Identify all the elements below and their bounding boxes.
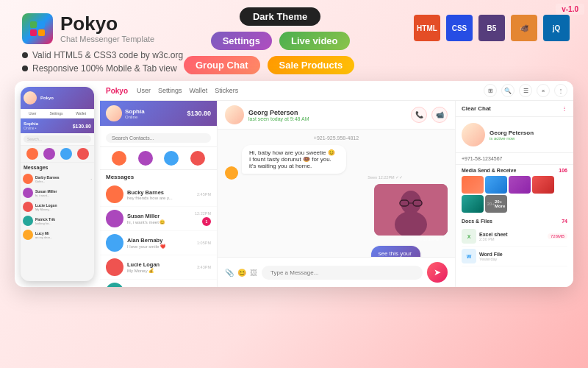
phone-quick-1: [26, 148, 38, 160]
desktop-topbar: Pokyo User Settings Wallet Stickers ⊞ 🔍 …: [100, 81, 573, 101]
more-icon[interactable]: ⋮: [554, 84, 567, 97]
chat-header-avatar: [225, 105, 244, 124]
contact-item-patrick[interactable]: Patrick Trik i'm looking for som... Yest…: [100, 280, 217, 287]
phone-contact-4[interactable]: Patrick Trik looking for...: [21, 214, 94, 228]
message-input[interactable]: [262, 266, 423, 280]
phone-contact-3[interactable]: Lucie Logan My Money...: [21, 200, 94, 214]
svg-rect-2: [30, 29, 37, 36]
phone-contact-2[interactable]: Susan Miller hi, i want...: [21, 186, 94, 200]
phone-c4-avatar: [23, 216, 33, 226]
contact-item-lucie[interactable]: Lucie Logan My Money 💰 3:43PM: [100, 255, 217, 280]
phone-call-btn[interactable]: 📞: [411, 107, 427, 123]
profile-name: Georg Peterson: [490, 130, 534, 136]
emoji-icon[interactable]: 😊: [237, 269, 246, 277]
group-chat-badge[interactable]: Group Chat: [184, 56, 260, 74]
doc-excel[interactable]: X Excel sheet 2:30 PM 726MB: [462, 227, 567, 247]
ci-avatar-4: [106, 258, 123, 276]
msg-1-time: Seen 12:22PM ✓✓: [242, 175, 403, 180]
chat-messages: +921-925.958-4812 Hi, baby how are you s…: [218, 130, 455, 257]
media-2: [485, 176, 507, 194]
profile-docs: X Excel sheet 2:30 PM 726MB W Word File …: [456, 225, 573, 268]
profile-active: is active now: [490, 136, 534, 141]
screenshot-wrapper: Pokyo User Settings Wallet Sophia Online…: [15, 81, 573, 287]
phone-quick-2: [43, 148, 55, 160]
html5-icon: HTML: [414, 15, 440, 41]
word-icon: W: [462, 249, 476, 263]
chat-header-info: Georg Peterson last seen today at 9:48 A…: [248, 109, 406, 121]
search-bar: [100, 126, 217, 147]
profile-header-title: Clear Chat: [462, 105, 491, 112]
nav-stickers[interactable]: Stickers: [215, 87, 238, 94]
css3-icon: CSS: [446, 15, 473, 41]
contact-item-susan[interactable]: Susan Miller hi, i want's meet 😊 12:22PM…: [100, 207, 217, 231]
contact-item-bucky[interactable]: Bucky Barnes hey friends how are y... 2:…: [100, 183, 217, 207]
shortcut-1[interactable]: [112, 151, 126, 166]
media-1: [462, 176, 484, 194]
ci-avatar-2: [106, 210, 123, 227]
header: Pokyo Chat Messenger Template Dark Theme…: [0, 0, 588, 44]
desktop-preview: Pokyo User Settings Wallet Stickers ⊞ 🔍 …: [100, 81, 573, 287]
bullet-1: [22, 52, 28, 58]
attach-icon[interactable]: 📎: [225, 269, 234, 277]
nav-user[interactable]: User: [137, 87, 151, 94]
shortcut-2[interactable]: [138, 151, 153, 166]
svg-point-5: [401, 191, 421, 214]
logo-title: Pokyo: [60, 14, 154, 33]
profile-header: Clear Chat ⋮: [456, 101, 573, 117]
search-icon[interactable]: 🔍: [501, 84, 514, 97]
msgs-section-label: Messages: [100, 170, 217, 183]
panel-contacts: Sophia Online $130.80 Messages: [100, 101, 218, 287]
phone-contact-5[interactable]: Lucy Mi an my dear...: [21, 228, 94, 242]
menu-icon[interactable]: ☰: [519, 84, 532, 97]
profile-header-action[interactable]: ⋮: [562, 105, 567, 112]
phone-search[interactable]: Search...: [24, 135, 91, 143]
phone-nav: User Settings Wallet: [21, 109, 94, 118]
badges-area: Dark Theme Settings Live video Group Cha…: [206, 7, 354, 74]
phone-contact-1[interactable]: Darby Barnes Gofer... •: [21, 172, 94, 186]
contact-badge-susan: 1: [202, 217, 211, 226]
shortcut-4[interactable]: [190, 151, 205, 166]
profile-avatar: [462, 123, 485, 146]
close-icon[interactable]: ×: [537, 84, 550, 97]
search-contacts-input[interactable]: [106, 133, 211, 143]
panel-profile: Clear Chat ⋮ Georg Peterson is active no…: [456, 101, 573, 287]
live-video-badge[interactable]: Live video: [279, 32, 350, 50]
phone-title: Pokyo: [40, 96, 91, 100]
doc-word-info: Word File Yesterday: [479, 252, 567, 261]
msg-image-time: Seen 12:10PM ✓✓: [374, 237, 448, 241]
shortcut-3[interactable]: [164, 151, 179, 166]
phone-number-header: +921-925.958-4812: [225, 135, 448, 141]
phone-preview: Pokyo User Settings Wallet Sophia Online…: [21, 87, 94, 281]
sale-products-badge[interactable]: Sale Products: [268, 56, 355, 74]
phone-c2-avatar: [23, 188, 33, 198]
desktop-header-icons: ⊞ 🔍 ☰ × ⋮: [484, 84, 567, 97]
bullet-2: [22, 66, 28, 71]
ci-avatar-3: [106, 234, 123, 252]
jquery-icon: jQ: [543, 15, 570, 41]
settings-badge[interactable]: Settings: [211, 32, 272, 50]
grunt-icon: 🐗: [511, 15, 537, 41]
nav-settings[interactable]: Settings: [158, 87, 182, 94]
image-icon[interactable]: 🖼: [250, 269, 257, 277]
ci-avatar-1: [106, 185, 123, 203]
profile-phone: +971-58-1234567: [456, 153, 573, 165]
msg-2: see this your old picture Seen 12:10PM ✓…: [225, 246, 448, 257]
grid-icon[interactable]: ⊞: [484, 84, 497, 97]
media-more[interactable]: 20+ 20+More: [485, 195, 507, 213]
dark-theme-badge[interactable]: Dark Theme: [240, 7, 320, 26]
msg-1-bubble: Hi, baby how are you sweetie 😊 I fount t…: [242, 145, 346, 174]
nav-wallet[interactable]: Wallet: [190, 87, 208, 94]
chat-header-actions: 📞 📹: [411, 107, 448, 123]
contact-item-alan[interactable]: Alan Bernaby I love your smile ❤️ 1:05PM: [100, 231, 217, 255]
contact-user: Sophia Online: [106, 105, 145, 121]
media-4: [532, 176, 554, 194]
msg-1-avatar: [225, 166, 238, 180]
doc-word[interactable]: W Word File Yesterday: [462, 247, 567, 266]
profile-media-grid: 20+ 20+More: [456, 174, 573, 216]
logo-icon: [22, 13, 53, 44]
video-call-btn[interactable]: 📹: [431, 107, 448, 123]
phone-header: Pokyo: [21, 87, 94, 109]
svg-rect-3: [38, 29, 45, 36]
send-button[interactable]: ➤: [427, 262, 448, 283]
bootstrap-icon: B5: [478, 15, 505, 41]
